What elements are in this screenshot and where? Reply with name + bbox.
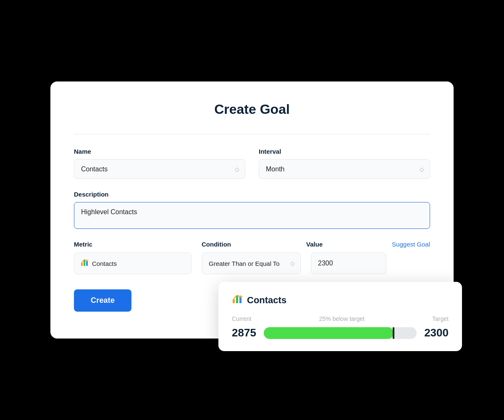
preview-target-label: Target	[432, 315, 449, 322]
metric-fields: Contacts Greater Than or Equal To Less T…	[74, 252, 430, 274]
name-interval-row: Name Contacts Leads Revenue Deals ◇ Inte…	[74, 148, 430, 179]
condition-label: Condition	[202, 241, 231, 248]
name-select-wrapper: Contacts Leads Revenue Deals ◇	[74, 159, 245, 179]
condition-label-col: Condition	[202, 241, 296, 248]
svg-rect-4	[233, 299, 235, 303]
metric-section: Metric Condition Value Suggest Goal	[74, 241, 430, 274]
metric-label-col: Metric	[74, 241, 192, 248]
progress-bar-marker	[393, 327, 394, 339]
interval-label: Interval	[259, 148, 430, 155]
interval-select-wrapper: Day Week Month Quarter Year ◇	[259, 159, 430, 179]
divider	[74, 134, 430, 134]
page-title: Create Goal	[74, 102, 430, 117]
suggest-goal-link[interactable]: Suggest Goal	[392, 241, 430, 248]
metric-field: Contacts	[74, 252, 192, 274]
condition-select-wrapper: Greater Than or Equal To Less Than or Eq…	[202, 252, 301, 274]
value-input[interactable]: 2300	[311, 252, 386, 274]
description-label: Description	[74, 191, 430, 198]
metric-label: Metric	[74, 241, 92, 248]
progress-bar-fill	[264, 327, 394, 339]
main-card: Create Goal Name Contacts Leads Revenue …	[50, 81, 454, 339]
preview-title-row: Contacts	[232, 294, 449, 307]
svg-rect-5	[236, 296, 238, 303]
preview-below-label: 25% below target	[319, 315, 365, 322]
metric-labels: Metric Condition Value Suggest Goal	[74, 241, 430, 248]
name-label: Name	[74, 148, 245, 155]
suggest-goal-col: Suggest Goal	[392, 241, 430, 248]
condition-select[interactable]: Greater Than or Equal To Less Than or Eq…	[202, 252, 301, 274]
preview-card: Contacts Current 25% below target Target…	[218, 282, 462, 351]
preview-stats-row: Current 25% below target Target	[232, 315, 449, 322]
svg-rect-1	[84, 260, 85, 266]
metric-field-text: Contacts	[92, 260, 117, 267]
value-label-col: Value	[306, 241, 382, 248]
name-group: Name Contacts Leads Revenue Deals ◇	[74, 148, 245, 179]
condition-field-col: Greater Than or Equal To Less Than or Eq…	[202, 252, 301, 274]
value-label: Value	[306, 241, 323, 248]
preview-title-text: Contacts	[247, 295, 286, 306]
interval-group: Interval Day Week Month Quarter Year ◇	[259, 148, 430, 179]
progress-bar-wrapper	[264, 327, 417, 339]
name-select[interactable]: Contacts Leads Revenue Deals	[74, 159, 245, 179]
svg-rect-6	[239, 297, 242, 303]
value-field-col: 2300	[311, 252, 386, 274]
preview-target-value: 2300	[423, 326, 449, 339]
svg-rect-0	[81, 262, 83, 266]
preview-current-label: Current	[232, 315, 252, 322]
metric-field-icon	[80, 258, 89, 269]
metric-field-col: Contacts	[74, 252, 192, 274]
description-textarea[interactable]: Highlevel Contacts	[74, 202, 430, 229]
create-button[interactable]: Create	[74, 289, 131, 312]
description-group: Description Highlevel Contacts	[74, 191, 430, 229]
preview-values-row: 2875 2300	[232, 326, 449, 339]
svg-rect-2	[86, 261, 88, 266]
preview-title-icon	[232, 294, 243, 307]
preview-current-value: 2875	[232, 326, 257, 339]
interval-select[interactable]: Day Week Month Quarter Year	[259, 159, 430, 179]
